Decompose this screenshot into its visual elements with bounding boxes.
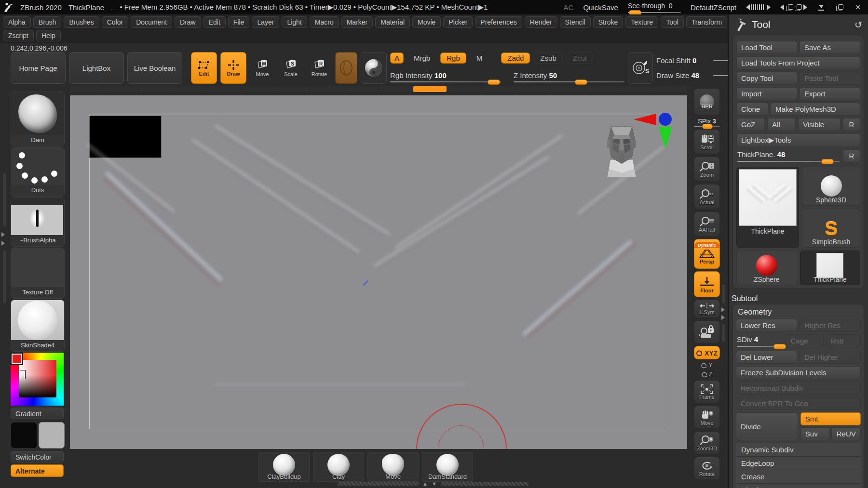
sdiv-slider[interactable]: SDiv 4	[736, 334, 783, 348]
load-tools-from-project-button[interactable]: Load Tools From Project	[736, 56, 860, 69]
shelf-brush-claybuildup[interactable]: ClayBuildup	[258, 452, 310, 482]
goz-button[interactable]: GoZ	[736, 118, 765, 131]
current-brush-selector[interactable]: Dam	[11, 92, 65, 146]
smt-toggle[interactable]: Smt	[800, 412, 861, 425]
minimize-button[interactable]	[817, 3, 826, 12]
gradient-button[interactable]: Gradient	[11, 408, 64, 419]
menu-edit[interactable]: Edit	[203, 16, 226, 28]
menu-tool[interactable]: Tool	[661, 16, 684, 28]
freeze-subdivision-button[interactable]: Freeze SubDivision Levels	[736, 366, 861, 379]
rotate-xyz-button[interactable]: XYZ	[694, 346, 720, 359]
doc-prev-icon[interactable]	[780, 4, 784, 10]
main-color-swatch[interactable]	[11, 422, 37, 448]
switchcolor-button[interactable]: SwitchColor	[11, 451, 64, 462]
tool-item-thickplane[interactable]: ThickPlane	[800, 251, 861, 285]
make-polymesh3d-button[interactable]: Make PolyMesh3D	[771, 103, 860, 116]
save-as-button[interactable]: Save As	[800, 41, 860, 54]
move-3d-button[interactable]: Move	[694, 406, 720, 429]
zscript-back-icon[interactable]	[746, 4, 750, 10]
lower-res-button[interactable]: Lower Res	[736, 319, 797, 332]
sculpt-canvas[interactable]	[70, 95, 687, 449]
subtool-section-header[interactable]: Subtool	[732, 294, 865, 303]
nav-column-scrollbar[interactable]	[721, 284, 726, 342]
z-intensity-slider[interactable]: Z Intensity 50	[514, 71, 624, 82]
shelf-brush-move[interactable]: Move	[367, 452, 419, 482]
z-intensity-handle[interactable]	[575, 79, 587, 85]
rgb-intensity-handle[interactable]	[488, 79, 500, 85]
tray-expand-icon2[interactable]	[1, 241, 5, 246]
menu-layer[interactable]: Layer	[252, 16, 279, 28]
nav-expand-icon2[interactable]	[721, 315, 725, 320]
shelf-scrollbar[interactable]: ▲ ▼	[338, 482, 529, 486]
menu-material[interactable]: Material	[375, 16, 410, 28]
export-button[interactable]: Export	[800, 87, 860, 100]
dynamic-subdiv-row[interactable]: Dynamic Subdiv	[736, 443, 861, 456]
current-tool-tile[interactable]: ThickPlane	[736, 167, 799, 248]
menu-stroke[interactable]: Stroke	[593, 16, 623, 28]
current-material-selector[interactable]: SkinShade4	[11, 300, 65, 352]
m-toggle[interactable]: M	[470, 53, 489, 64]
tool-slider-handle[interactable]	[821, 159, 834, 164]
aahalf-button[interactable]: AAHalf	[694, 211, 720, 237]
menu-draw[interactable]: Draw	[175, 16, 201, 28]
spix-slider[interactable]: SPix 3	[694, 118, 720, 127]
persp-toggle-button[interactable]: Dynamic Persp	[694, 239, 720, 269]
import-button[interactable]: Import	[736, 87, 797, 100]
quicksave-button[interactable]: QuickSave	[583, 3, 618, 12]
zscript-forward-icon[interactable]	[767, 4, 771, 10]
rotate-z-button[interactable]: Z	[702, 371, 712, 378]
actual-size-button[interactable]: x1 Actual	[694, 184, 720, 209]
alternate-button[interactable]: Alternate	[11, 464, 64, 477]
current-color-swatch[interactable]	[12, 354, 22, 364]
menu-brushes[interactable]: Brushes	[64, 16, 99, 28]
color-picker[interactable]	[11, 353, 64, 406]
panel-reset-icon[interactable]: ↺	[854, 19, 862, 30]
geometry-section-header[interactable]: Geometry	[738, 308, 859, 317]
left-tray-scrollbar[interactable]	[1, 173, 8, 332]
tray-expand-icon[interactable]	[1, 232, 5, 237]
rgb-intensity-slider[interactable]: Rgb Intensity 100	[390, 71, 501, 82]
spix-handle[interactable]	[702, 124, 713, 129]
goz-all-button[interactable]: All	[767, 118, 796, 131]
nav-expand-icon[interactable]	[721, 307, 725, 312]
z-axis-dot[interactable]	[659, 113, 672, 126]
default-zscript-button[interactable]: DefaultZScript	[691, 3, 736, 12]
menu-transform[interactable]: Transform	[686, 16, 727, 28]
menu-color[interactable]: Color	[102, 16, 128, 28]
shelf-up-icon[interactable]: ▲	[422, 482, 428, 486]
bpr-render-button[interactable]: BPR	[694, 88, 720, 115]
live-boolean-button[interactable]: Live Boolean	[127, 52, 182, 84]
material-swatch-button[interactable]	[335, 52, 357, 84]
menu-stencil[interactable]: Stencil	[560, 16, 591, 28]
sdiv-handle[interactable]	[773, 344, 786, 349]
floor-toggle-button[interactable]: Floor	[694, 271, 720, 297]
menu-light[interactable]: Light	[282, 16, 307, 28]
x-axis-arrow[interactable]	[634, 114, 656, 125]
suv-toggle[interactable]: Suv	[800, 427, 830, 440]
shadowbox-row[interactable]: ShadowBox	[736, 483, 861, 488]
local-symmetry-button[interactable]: L.Sym	[694, 300, 720, 318]
current-material-ball[interactable]	[361, 52, 387, 84]
rotate-3d-button[interactable]: Rotate	[694, 457, 720, 480]
menu-document[interactable]: Document	[131, 16, 172, 28]
zadd-toggle[interactable]: Zadd	[501, 53, 530, 64]
menu-macro[interactable]: Macro	[310, 16, 339, 28]
shelf-brush-clay[interactable]: Clay	[313, 452, 364, 482]
shelf-brush-damstandard[interactable]: DamStandard	[422, 452, 473, 482]
clone-button[interactable]: Clone	[736, 103, 768, 116]
tool-r-button[interactable]: R	[843, 149, 860, 162]
goz-r-button[interactable]: R	[843, 118, 860, 131]
scroll-doc-button[interactable]: Scroll	[694, 129, 720, 154]
shelf-down-icon[interactable]: ▼	[432, 482, 437, 486]
current-stroke-selector[interactable]: Dots	[11, 147, 65, 197]
tool-name-slider[interactable]: ThickPlane. 48	[736, 149, 841, 163]
divide-button[interactable]: Divide	[736, 412, 798, 440]
menu-preferences[interactable]: Preferences	[475, 16, 522, 28]
menu-alpha[interactable]: Alpha	[3, 16, 31, 28]
store-camera-button[interactable]	[694, 320, 720, 343]
tool-item-simplebrush[interactable]: S SimpleBrush	[802, 209, 860, 248]
goz-visible-button[interactable]: Visible	[798, 118, 841, 131]
zoom-doc-button[interactable]: Zoom	[694, 157, 720, 182]
tool-item-zsphere[interactable]: ZSphere	[736, 251, 797, 285]
saturation-value-square[interactable]	[19, 360, 56, 397]
